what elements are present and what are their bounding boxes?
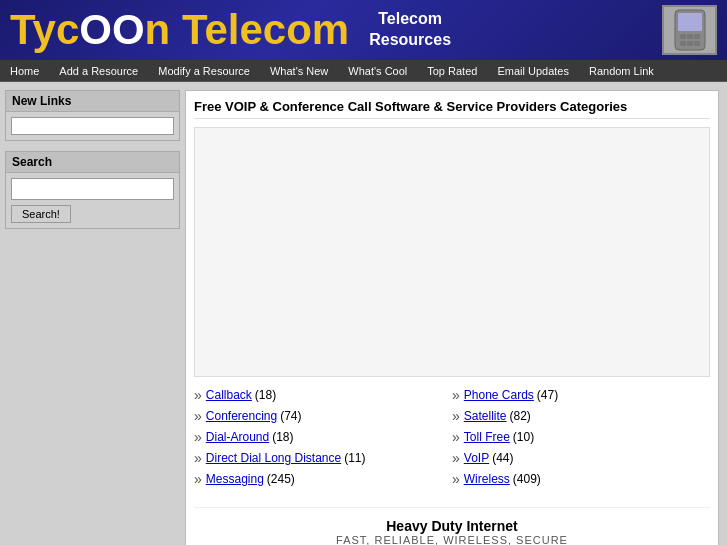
- category-dial-around[interactable]: Dial-Around: [206, 430, 269, 444]
- new-links-section: New Links: [5, 90, 180, 141]
- main-layout: New Links Search Search! Free VOIP & Con…: [0, 82, 727, 545]
- svg-rect-6: [687, 41, 693, 46]
- categories-right: » Phone Cards (47) » Satellite (82) » To…: [452, 387, 710, 492]
- bullet-icon: »: [194, 408, 202, 424]
- list-item: » VoIP (44): [452, 450, 710, 466]
- bullet-icon: »: [452, 408, 460, 424]
- list-item: » Phone Cards (47): [452, 387, 710, 403]
- promo-subtitle: FAST, RELIABLE, WIRELESS, SECURE: [194, 534, 710, 545]
- list-item: » Direct Dial Long Distance (11): [194, 450, 452, 466]
- bullet-icon: »: [194, 387, 202, 403]
- toll-free-count: (10): [513, 430, 534, 444]
- category-toll-free[interactable]: Toll Free: [464, 430, 510, 444]
- list-item: » Conferencing (74): [194, 408, 452, 424]
- svg-rect-7: [694, 41, 700, 46]
- search-button[interactable]: Search!: [11, 205, 71, 223]
- category-messaging[interactable]: Messaging: [206, 472, 264, 486]
- category-callback[interactable]: Callback: [206, 388, 252, 402]
- logo-oo: OO: [79, 6, 144, 53]
- new-links-title: New Links: [6, 91, 179, 112]
- page-title: Free VOIP & Conference Call Software & S…: [194, 99, 710, 119]
- list-item: » Wireless (409): [452, 471, 710, 487]
- satellite-count: (82): [510, 409, 531, 423]
- bullet-icon: »: [194, 429, 202, 445]
- navigation-bar: Home Add a Resource Modify a Resource Wh…: [0, 60, 727, 82]
- bullet-icon: »: [452, 471, 460, 487]
- search-input[interactable]: [11, 178, 174, 200]
- logo-n-telecom: n Telecom: [145, 6, 350, 53]
- list-item: » Satellite (82): [452, 408, 710, 424]
- nav-modify-resource[interactable]: Modify a Resource: [148, 62, 260, 80]
- site-header: TycOOn Telecom Telecom Resources: [0, 0, 727, 60]
- callback-count: (18): [255, 388, 276, 402]
- site-tagline: Telecom Resources: [369, 9, 451, 51]
- category-wireless[interactable]: Wireless: [464, 472, 510, 486]
- svg-rect-2: [680, 34, 686, 39]
- svg-rect-4: [694, 34, 700, 39]
- logo-tyc: Tyc: [10, 6, 79, 53]
- list-item: » Callback (18): [194, 387, 452, 403]
- conferencing-count: (74): [280, 409, 301, 423]
- wireless-count: (409): [513, 472, 541, 486]
- nav-top-rated[interactable]: Top Rated: [417, 62, 487, 80]
- bullet-icon: »: [452, 450, 460, 466]
- nav-home[interactable]: Home: [0, 62, 49, 80]
- main-content: Free VOIP & Conference Call Software & S…: [185, 90, 719, 545]
- svg-rect-5: [680, 41, 686, 46]
- nav-whats-cool[interactable]: What's Cool: [338, 62, 417, 80]
- direct-dial-count: (11): [344, 451, 365, 465]
- search-title: Search: [6, 152, 179, 173]
- categories-container: » Callback (18) » Conferencing (74) » Di…: [194, 387, 710, 492]
- category-satellite[interactable]: Satellite: [464, 409, 507, 423]
- bullet-icon: »: [194, 450, 202, 466]
- list-item: » Messaging (245): [194, 471, 452, 487]
- bullet-icon: »: [452, 387, 460, 403]
- list-item: » Dial-Around (18): [194, 429, 452, 445]
- phone-cards-count: (47): [537, 388, 558, 402]
- messaging-count: (245): [267, 472, 295, 486]
- category-conferencing[interactable]: Conferencing: [206, 409, 277, 423]
- advertisement-area: [194, 127, 710, 377]
- dial-around-count: (18): [272, 430, 293, 444]
- phone-image: [662, 5, 717, 55]
- nav-whats-new[interactable]: What's New: [260, 62, 338, 80]
- svg-rect-3: [687, 34, 693, 39]
- promo-title: Heavy Duty Internet: [194, 518, 710, 534]
- category-phone-cards[interactable]: Phone Cards: [464, 388, 534, 402]
- category-direct-dial[interactable]: Direct Dial Long Distance: [206, 451, 341, 465]
- svg-rect-1: [678, 13, 702, 31]
- categories-left: » Callback (18) » Conferencing (74) » Di…: [194, 387, 452, 492]
- site-logo: TycOOn Telecom: [10, 6, 349, 54]
- bullet-icon: »: [452, 429, 460, 445]
- footer-promo: Heavy Duty Internet FAST, RELIABLE, WIRE…: [194, 507, 710, 545]
- sidebar: New Links Search Search!: [0, 82, 185, 545]
- bullet-icon: »: [194, 471, 202, 487]
- nav-add-resource[interactable]: Add a Resource: [49, 62, 148, 80]
- nav-email-updates[interactable]: Email Updates: [487, 62, 579, 80]
- nav-random-link[interactable]: Random Link: [579, 62, 664, 80]
- category-voip[interactable]: VoIP: [464, 451, 489, 465]
- search-section: Search Search!: [5, 151, 180, 229]
- voip-count: (44): [492, 451, 513, 465]
- new-links-input[interactable]: [11, 117, 174, 135]
- list-item: » Toll Free (10): [452, 429, 710, 445]
